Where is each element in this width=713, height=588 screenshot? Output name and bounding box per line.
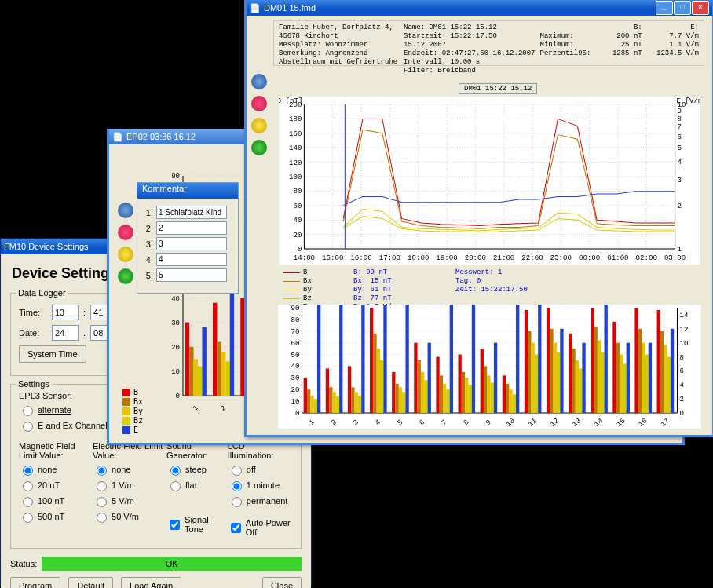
kommentar-input[interactable] xyxy=(156,253,227,266)
ef-none-radio[interactable]: none xyxy=(93,463,166,476)
tool-magnet-icon[interactable] xyxy=(251,96,267,111)
time-hours-input[interactable] xyxy=(52,305,79,320)
svg-rect-248 xyxy=(399,387,402,413)
kommentar-input[interactable] xyxy=(156,268,227,282)
svg-rect-265 xyxy=(462,372,465,413)
svg-text:0: 0 xyxy=(175,393,179,400)
tool-globe-icon[interactable] xyxy=(118,268,133,284)
svg-text:10: 10 xyxy=(171,368,180,376)
svg-text:6: 6 xyxy=(678,133,682,141)
svg-rect-285 xyxy=(535,355,538,413)
svg-text:8: 8 xyxy=(680,353,684,362)
svg-text:20: 20 xyxy=(291,385,299,394)
svg-text:1: 1 xyxy=(192,404,200,413)
svg-text:0: 0 xyxy=(298,245,302,254)
epl3-alternate-radio[interactable]: alternate xyxy=(19,404,108,416)
svg-rect-321 xyxy=(667,357,671,413)
default-button[interactable]: Default xyxy=(68,577,113,588)
svg-text:19:00: 19:00 xyxy=(436,254,457,262)
svg-text:4: 4 xyxy=(678,158,682,166)
sound-steep-radio[interactable]: steep xyxy=(166,463,228,476)
kommentar-panel: Kommentar 1:2:3:4:5: xyxy=(137,182,239,294)
svg-rect-289 xyxy=(550,329,553,413)
kommentar-input[interactable] xyxy=(156,206,227,219)
ef-50vm-radio[interactable]: 50 V/m xyxy=(93,510,166,523)
maximize-button[interactable]: □ xyxy=(674,1,691,15)
svg-text:0: 0 xyxy=(680,409,684,418)
svg-text:8: 8 xyxy=(678,115,682,123)
system-time-button[interactable]: System Time xyxy=(19,345,86,363)
svg-rect-240 xyxy=(370,308,373,413)
svg-rect-25 xyxy=(193,359,197,396)
sound-flat-radio[interactable]: flat xyxy=(166,479,228,491)
svg-text:14: 14 xyxy=(680,311,689,320)
close-button[interactable]: Close xyxy=(262,577,302,588)
close-window-button[interactable]: × xyxy=(692,1,709,15)
svg-rect-306 xyxy=(612,322,616,413)
svg-rect-222 xyxy=(304,378,307,413)
svg-text:1: 1 xyxy=(307,418,316,427)
kommentar-input[interactable] xyxy=(156,221,227,235)
svg-rect-231 xyxy=(336,396,339,413)
svg-text:3: 3 xyxy=(678,176,682,184)
dm01-title: DM01 15.fmd xyxy=(264,3,656,13)
tool-radioactive-icon[interactable] xyxy=(251,118,267,133)
svg-rect-290 xyxy=(554,343,557,413)
mf-500nt-radio[interactable]: 500 nT xyxy=(19,510,93,523)
tool-radioactive-icon[interactable] xyxy=(118,247,133,262)
auto-power-off-checkbox[interactable]: Auto Power Off xyxy=(228,518,293,537)
svg-rect-276 xyxy=(503,375,506,413)
kommentar-header[interactable]: Kommentar xyxy=(137,183,238,199)
svg-rect-243 xyxy=(380,360,383,413)
svg-text:0: 0 xyxy=(295,409,299,418)
svg-rect-271 xyxy=(484,366,487,413)
kommentar-input[interactable] xyxy=(156,237,227,250)
date-day-input[interactable] xyxy=(52,325,79,341)
tool-compass-icon[interactable] xyxy=(118,203,133,218)
ef-5vm-radio[interactable]: 5 V/m xyxy=(93,495,166,507)
kommentar-row: 4: xyxy=(142,253,233,266)
svg-rect-312 xyxy=(634,308,638,413)
svg-rect-307 xyxy=(616,343,620,413)
mf-100nt-radio[interactable]: 100 nT xyxy=(19,495,93,507)
program-button[interactable]: Program xyxy=(10,577,60,588)
svg-text:16: 16 xyxy=(637,416,649,428)
svg-text:6: 6 xyxy=(680,367,684,375)
svg-text:1: 1 xyxy=(678,245,682,254)
svg-rect-32 xyxy=(225,361,229,396)
svg-rect-229 xyxy=(329,387,332,413)
svg-rect-253 xyxy=(418,360,421,413)
lcd-1min-radio[interactable]: 1 minute xyxy=(228,479,293,491)
kommentar-row: 5: xyxy=(142,268,233,282)
svg-text:01:00: 01:00 xyxy=(607,254,628,262)
svg-rect-272 xyxy=(487,375,490,413)
tool-compass-icon[interactable] xyxy=(251,74,267,89)
svg-text:70: 70 xyxy=(291,327,299,336)
svg-text:5: 5 xyxy=(678,144,682,152)
svg-rect-252 xyxy=(414,343,417,413)
tool-magnet-icon[interactable] xyxy=(118,225,133,240)
lcd-permanent-radio[interactable]: permanent xyxy=(228,495,293,507)
tool-globe-icon[interactable] xyxy=(251,140,267,155)
svg-text:20: 20 xyxy=(293,231,302,239)
svg-rect-273 xyxy=(491,382,494,413)
ef-1vm-radio[interactable]: 1 V/m xyxy=(93,479,166,491)
epl3-eex-radio[interactable]: E and Ex Channel xyxy=(19,419,108,432)
mf-20nt-radio[interactable]: 20 nT xyxy=(19,479,93,491)
dm01-titlebar[interactable]: 📄 DM01 15.fmd _ □ × xyxy=(247,0,712,16)
document-icon: 📄 xyxy=(112,131,123,142)
signal-tone-checkbox[interactable]: Signal Tone xyxy=(166,515,228,534)
svg-rect-244 xyxy=(383,305,386,413)
kommentar-row: 1: xyxy=(142,206,233,219)
load-again-button[interactable]: Load Again xyxy=(121,577,181,588)
lcd-off-radio[interactable]: off xyxy=(228,463,293,476)
svg-rect-224 xyxy=(310,396,313,413)
svg-rect-318 xyxy=(657,310,660,413)
svg-text:21:00: 21:00 xyxy=(493,254,514,262)
svg-rect-256 xyxy=(428,343,431,413)
svg-rect-270 xyxy=(481,349,484,413)
mf-none-radio[interactable]: none xyxy=(19,463,93,476)
minimize-button[interactable]: _ xyxy=(656,1,673,15)
dm01-plot-button[interactable]: DM01 15:22 15.12 xyxy=(459,83,537,94)
svg-rect-31 xyxy=(221,352,225,396)
